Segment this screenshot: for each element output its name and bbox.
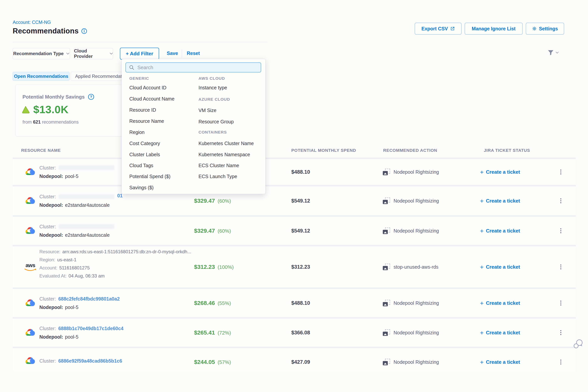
recommended-action: Nodepool Rightsizing	[394, 330, 439, 336]
add-filter-button[interactable]: + Add Filter	[120, 48, 159, 60]
savings-value: $265.41	[194, 329, 215, 336]
row-menu-button[interactable]	[559, 358, 563, 366]
redacted-cluster-id	[58, 166, 114, 170]
row-menu-button[interactable]	[559, 329, 563, 337]
nodepool-label: Nodepool:	[40, 232, 63, 238]
tab-open-recommendations[interactable]: Open Recommendations	[13, 72, 70, 81]
gcp-icon	[25, 328, 35, 337]
cluster-id-link[interactable]: 6888b1c70e49db17c1de60c4	[58, 326, 123, 331]
filter-search-input[interactable]	[137, 64, 258, 71]
filter-option[interactable]: Cost Category	[129, 140, 160, 146]
table-row[interactable]: Cluster: Nodepool:e2standar4autoscale $3…	[13, 217, 576, 245]
add-filter-label: + Add Filter	[126, 51, 153, 57]
filter-panel-toggle[interactable]	[547, 49, 558, 56]
info-icon[interactable]	[81, 28, 87, 34]
filter-option[interactable]: Potential Spend ($)	[129, 174, 170, 179]
settings-button[interactable]: Settings	[526, 23, 564, 34]
recommendations-table: Cluster: Nodepool:pool-5 $488.10 Nodepoo…	[13, 158, 576, 372]
column-header-potential-monthly-spend: POTENTIAL MONTHLY SPEND	[291, 148, 356, 153]
filter-option[interactable]: Region	[129, 129, 144, 135]
help-icon[interactable]: ?	[88, 94, 94, 100]
table-row[interactable]: Cluster: Nodepool:e2standar4autoscale 01…	[13, 186, 576, 215]
settings-label: Settings	[539, 26, 558, 32]
cluster-label: Cluster:	[40, 326, 56, 331]
nodepool-value: pool-5	[65, 334, 78, 340]
filter-divider	[182, 50, 182, 58]
row-menu-button[interactable]	[559, 168, 563, 176]
recommendation-type-icon	[383, 264, 390, 270]
nodepool-value: pool-5	[65, 304, 78, 310]
create-ticket-button[interactable]: +Create a ticket	[480, 169, 520, 175]
reset-filter-link[interactable]: Reset	[187, 50, 200, 56]
export-csv-button[interactable]: Export CSV	[415, 23, 462, 34]
cluster-label: Cluster:	[40, 358, 56, 364]
plus-icon: +	[480, 170, 484, 174]
cluster-id-link[interactable]: 6886e92f59a48cad86b5b1c6	[58, 358, 122, 364]
savings-icon	[21, 105, 30, 114]
table-row[interactable]: Cluster: Nodepool:pool-5 $488.10 Nodepoo…	[13, 159, 576, 185]
savings-value: $329.47	[194, 228, 215, 234]
row-menu-button[interactable]	[559, 227, 563, 235]
cluster-label: Cluster:	[40, 194, 56, 199]
filter-option[interactable]: Kubernetes Cluster Name	[198, 140, 254, 146]
filter-option[interactable]: VM Size	[198, 108, 216, 113]
row-menu-button[interactable]	[559, 263, 563, 271]
spend-value: $366.08	[291, 330, 310, 336]
filter-search[interactable]	[126, 62, 261, 72]
save-filter-link[interactable]: Save	[167, 50, 178, 56]
plus-icon: +	[480, 264, 484, 270]
filter-option[interactable]: Cluster Labels	[129, 152, 160, 158]
filter-option[interactable]: Instance type	[198, 85, 227, 90]
cloud-provider-label: Cloud Provider	[74, 48, 107, 59]
nodepool-label: Nodepool:	[40, 174, 63, 179]
table-row[interactable]: Cluster:6886e92f59a48cad86b5b1c6 $244.05…	[13, 348, 576, 372]
manage-ignore-list-button[interactable]: Manage Ignore List	[465, 23, 523, 34]
table-row[interactable]: Cluster:688c2fefc84fbdc99801a0a2 Nodepoo…	[13, 289, 576, 317]
savings-subtext: from 621 recommendations	[22, 119, 78, 125]
chevron-down-icon	[556, 52, 558, 54]
row-menu-button[interactable]	[559, 197, 563, 205]
create-ticket-button[interactable]: +Create a ticket	[480, 359, 520, 365]
external-link-icon	[450, 26, 455, 31]
support-chat-button[interactable]	[572, 338, 584, 350]
recommendation-type-filter[interactable]: Recommendation Type	[13, 48, 70, 59]
create-ticket-button[interactable]: +Create a ticket	[480, 228, 520, 234]
filter-option[interactable]: ECS Cluster Name	[198, 162, 239, 168]
filter-option[interactable]: Kubernetes Namespace	[198, 152, 250, 158]
resource-value: arn:aws:rds:us-east-1:511616801275:db:zn…	[62, 249, 191, 254]
tab-open-label: Open Recommendations	[14, 74, 68, 79]
recommended-action: Nodepool Rightsizing	[394, 359, 439, 365]
filter-option[interactable]: Cloud Account ID	[129, 85, 166, 90]
row-menu-button[interactable]	[559, 299, 563, 307]
account-breadcrumb[interactable]: Account: CCM-NG	[13, 20, 51, 25]
filter-option[interactable]: Resource Group	[198, 119, 234, 124]
section-aws-cloud: AWS CLOUD	[198, 76, 225, 81]
create-ticket-button[interactable]: +Create a ticket	[480, 198, 520, 204]
table-row[interactable]: aws Resource:arn:aws:rds:us-east-1:51161…	[13, 246, 576, 288]
cluster-label: Cluster:	[40, 165, 56, 170]
create-ticket-button[interactable]: +Create a ticket	[480, 300, 520, 306]
table-row[interactable]: Cluster:6888b1c70e49db17c1de60c4 Nodepoo…	[13, 318, 576, 347]
recommendation-type-label: Recommendation Type	[13, 51, 64, 56]
savings-card-label: Potential Monthly Savings	[22, 94, 85, 100]
page-title: Recommendations	[13, 27, 78, 35]
nodepool-label: Nodepool:	[40, 334, 63, 340]
plus-icon: +	[480, 330, 484, 335]
recommendation-type-icon	[383, 228, 390, 234]
create-ticket-button[interactable]: +Create a ticket	[480, 264, 520, 270]
create-ticket-button[interactable]: +Create a ticket	[480, 330, 520, 336]
savings-value: $268.46	[194, 300, 215, 306]
plus-icon: +	[480, 300, 484, 306]
filter-option[interactable]: Cloud Account Name	[129, 96, 174, 102]
filter-option[interactable]: Cloud Tags	[129, 162, 153, 168]
filter-option[interactable]: ECS Launch Type	[198, 174, 237, 179]
plus-icon: +	[480, 228, 484, 233]
filter-option[interactable]: Resource ID	[129, 107, 156, 113]
cluster-label: Cluster:	[40, 224, 56, 229]
resource-label: Resource:	[40, 249, 60, 254]
cloud-provider-filter[interactable]: Cloud Provider	[74, 48, 113, 59]
filter-option[interactable]: Savings ($)	[129, 185, 154, 190]
nodepool-label: Nodepool:	[40, 202, 63, 208]
filter-option[interactable]: Resource Name	[129, 118, 164, 124]
cluster-id-link[interactable]: 688c2fefc84fbdc99801a0a2	[58, 296, 120, 302]
